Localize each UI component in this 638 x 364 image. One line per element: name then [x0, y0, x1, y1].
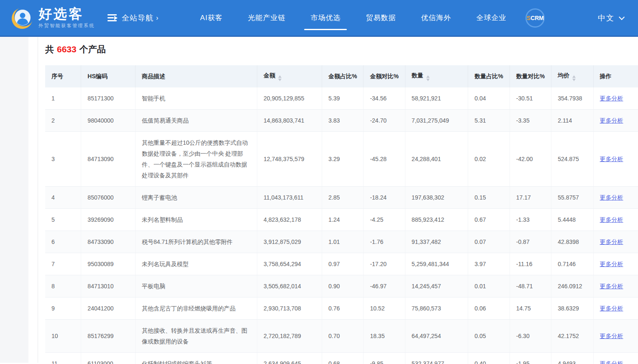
language-label: 中文 — [598, 13, 615, 23]
table-row: 1161103000化纤制针织或钩编套头衫等2,634,909,6450.68-… — [45, 353, 638, 364]
cell-hs: 85076000 — [81, 187, 136, 209]
column-label: 序号 — [51, 73, 63, 79]
cell-amount: 2,930,713,708 — [257, 297, 322, 320]
cell-amount_cmp: -18.24 — [364, 187, 405, 209]
more-analysis-link[interactable]: 更多分析 — [600, 360, 623, 364]
column-header-amount[interactable]: 金额 — [257, 65, 322, 87]
more-analysis-link[interactable]: 更多分析 — [600, 117, 623, 124]
cell-action: 更多分析 — [593, 231, 638, 253]
cell-qty_cmp: -30.51 — [510, 87, 551, 110]
nav-tab-6[interactable]: 全球企业 — [464, 0, 519, 36]
cell-desc: 未列名玩具及模型 — [135, 253, 257, 275]
cell-qty_cmp: -48.71 — [510, 275, 551, 297]
cell-qty: 58,921,921 — [405, 87, 468, 110]
column-label: 数量占比% — [474, 73, 503, 79]
more-analysis-link[interactable]: 更多分析 — [600, 95, 623, 102]
nav-tabs: AI获客光能产业链市场优选贸易数据优信海外全球企业 — [187, 0, 519, 36]
more-analysis-link[interactable]: 更多分析 — [600, 333, 623, 339]
column-header-amount_pct: 金额占比% — [322, 65, 363, 87]
column-label: 金额占比% — [328, 73, 357, 79]
column-header-avg[interactable]: 均价 — [551, 65, 593, 87]
brand-logo[interactable]: 好选客 外贸智能获客管理系统 — [11, 6, 95, 30]
cell-qty_pct: 0.67 — [468, 209, 510, 231]
nav-tab-4[interactable]: 贸易数据 — [353, 0, 408, 36]
column-header-hs: HS编码 — [81, 65, 136, 87]
cell-avg: 354.7938 — [551, 87, 593, 110]
title-suffix: 个产品 — [79, 44, 106, 55]
cell-avg: 4.9493 — [551, 353, 593, 364]
cell-amount: 11,043,173,611 — [257, 187, 322, 209]
chevron-right-icon: › — [156, 14, 158, 22]
cell-hs: 24041200 — [81, 297, 136, 320]
cell-qty: 75,860,573 — [405, 297, 468, 320]
cell-amount: 3,505,682,014 — [257, 275, 322, 297]
table-row: 884713010平板电脑3,505,682,0140.90-46.9714,2… — [45, 275, 638, 297]
column-header-qty[interactable]: 数量 — [405, 65, 468, 87]
cell-no: 6 — [45, 231, 81, 253]
cell-qty: 532,374,977 — [405, 353, 468, 364]
language-switcher[interactable]: 中文 — [598, 13, 623, 23]
column-header-qty_pct: 数量占比% — [468, 65, 510, 87]
cell-desc: 智能手机 — [135, 87, 257, 110]
more-analysis-link[interactable]: 更多分析 — [600, 194, 623, 201]
cell-action: 更多分析 — [593, 87, 638, 110]
cell-qty: 91,337,482 — [405, 231, 468, 253]
cell-qty_pct: 0.01 — [468, 275, 510, 297]
cell-amount_pct: 0.76 — [322, 297, 363, 320]
cell-action: 更多分析 — [593, 209, 638, 231]
cell-hs: 84713090 — [81, 132, 136, 187]
column-header-amount_cmp: 金额对比% — [364, 65, 405, 87]
column-header-desc: 商品描述 — [135, 65, 257, 87]
nav-tab-scrm[interactable]: SCRM — [525, 8, 545, 28]
more-analysis-link[interactable]: 更多分析 — [600, 305, 623, 312]
cell-avg: 42.1752 — [551, 320, 593, 353]
more-analysis-link[interactable]: 更多分析 — [600, 156, 623, 162]
title-prefix: 共 — [45, 44, 54, 55]
nav-tab-2[interactable]: 光能产业链 — [235, 0, 298, 36]
cell-qty_pct: 3.97 — [468, 253, 510, 275]
sort-icon[interactable] — [572, 75, 576, 81]
product-count: 6633 — [57, 44, 77, 54]
sort-icon[interactable] — [278, 75, 282, 81]
cell-amount: 20,905,129,855 — [257, 87, 322, 110]
cell-no: 2 — [45, 110, 81, 132]
cell-amount_pct: 1.01 — [322, 231, 363, 253]
table-row: 795030089未列名玩具及模型3,758,654,2940.97-17.20… — [45, 253, 638, 275]
more-analysis-link[interactable]: 更多分析 — [600, 261, 623, 267]
table-row: 684733090税号84.71所列计算机的其他零附件3,912,875,029… — [45, 231, 638, 253]
cell-amount_cmp: -46.97 — [364, 275, 405, 297]
table-row: 539269090未列名塑料制品4,823,632,1781.24-4.2588… — [45, 209, 638, 231]
more-analysis-link[interactable]: 更多分析 — [600, 238, 623, 245]
cell-amount: 3,758,654,294 — [257, 253, 322, 275]
column-header-no: 序号 — [45, 65, 81, 87]
cell-qty_cmp: -1.95 — [510, 353, 551, 364]
site-nav-label: 全站导航 — [122, 13, 154, 23]
brand-tagline: 外贸智能获客管理系统 — [38, 23, 95, 29]
cell-hs: 98040000 — [81, 110, 136, 132]
cell-desc: 锂离子蓄电池 — [135, 187, 257, 209]
cell-amount_cmp: -34.56 — [364, 87, 405, 110]
cell-qty_pct: 0.15 — [468, 187, 510, 209]
sort-icon[interactable] — [426, 75, 430, 81]
cell-action: 更多分析 — [593, 253, 638, 275]
nav-tab-3[interactable]: 市场优选 — [298, 0, 353, 36]
cell-amount_cmp: -17.20 — [364, 253, 405, 275]
cell-qty_pct: 0.05 — [468, 320, 510, 353]
site-nav-toggle[interactable]: 全站导航 › — [108, 13, 158, 23]
cell-no: 3 — [45, 132, 81, 187]
cell-desc: 未列名塑料制品 — [135, 209, 257, 231]
nav-tab-5[interactable]: 优信海外 — [408, 0, 464, 36]
cell-action: 更多分析 — [593, 275, 638, 297]
cell-amount_cmp: -24.70 — [364, 110, 405, 132]
cell-avg: 2.114 — [551, 110, 593, 132]
cell-qty: 14,245,457 — [405, 275, 468, 297]
more-analysis-link[interactable]: 更多分析 — [600, 216, 623, 223]
brand-logo-icon — [11, 6, 34, 30]
cell-avg: 246.0912 — [551, 275, 593, 297]
nav-tab-1[interactable]: AI获客 — [187, 0, 235, 36]
cell-amount: 12,748,375,579 — [257, 132, 322, 187]
cell-amount_cmp: -9.85 — [364, 353, 405, 364]
cell-no: 7 — [45, 253, 81, 275]
more-analysis-link[interactable]: 更多分析 — [600, 283, 623, 290]
cell-amount_pct: 0.70 — [322, 320, 363, 353]
